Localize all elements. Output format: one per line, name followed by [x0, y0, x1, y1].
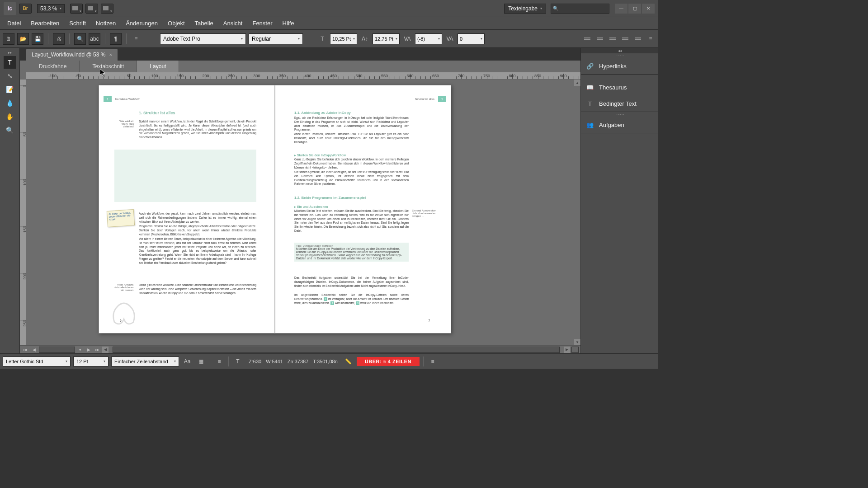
- font-size-input[interactable]: 10,25 Pt: [330, 33, 357, 44]
- status-size-select[interactable]: 12 Pt: [73, 357, 108, 366]
- right-para-3[interactable]: Möchten Sie im Text arbeiten, müssen Sie…: [294, 209, 409, 233]
- left-para-4[interactable]: Vor allem in einem kleinen Team, beispie…: [139, 237, 256, 265]
- column-icon[interactable]: ▦: [195, 357, 206, 366]
- panel-thesaurus[interactable]: 📖 Thesaurus: [581, 79, 658, 95]
- font-style-select[interactable]: Regular: [249, 33, 303, 44]
- left-accent-box[interactable]: [114, 150, 256, 202]
- split-view-toggle[interactable]: [571, 347, 579, 353]
- hand-tool[interactable]: ✋: [4, 110, 16, 123]
- type-tool[interactable]: T: [4, 56, 16, 69]
- hscroll-left-button[interactable]: ◀: [102, 347, 108, 353]
- page-dropdown-button[interactable]: ▾: [76, 347, 84, 353]
- window-close-button[interactable]: ✕: [642, 4, 655, 14]
- menu-datei[interactable]: Datei: [3, 18, 25, 28]
- vscroll-up-button[interactable]: ▲: [574, 80, 580, 86]
- right-para-1[interactable]: Egal, ob der Redakteur Erfahrungen in In…: [294, 116, 409, 132]
- panel-hyperlinks[interactable]: 🔗 Hyperlinks: [581, 58, 658, 74]
- eyedropper-tool[interactable]: 💧: [4, 97, 16, 109]
- bridge-button[interactable]: Br: [19, 4, 32, 14]
- vscroll-down-button[interactable]: ▼: [574, 339, 580, 345]
- page-right[interactable]: Struktur ist alles 1 1.1. Anbindung zu A…: [275, 85, 451, 333]
- panel-grip[interactable]: [581, 53, 658, 58]
- panel-menu-icon[interactable]: ≡: [131, 34, 141, 44]
- panel-aufgaben[interactable]: 👥 Aufgaben: [581, 117, 658, 133]
- horizontal-ruler[interactable]: -100-50050100150200250300350400450500550…: [26, 72, 580, 80]
- tools-collapse-button[interactable]: ▸▸: [0, 50, 19, 55]
- menu-bearbeiten[interactable]: Bearbeiten: [26, 18, 64, 28]
- panel-grip[interactable]: [581, 112, 658, 117]
- print-button[interactable]: 🖨: [53, 33, 65, 45]
- document-tab[interactable]: Layout_Workflow.indd @ 53 % ×: [26, 49, 118, 61]
- right-para-2[interactable]: Ganz zu Beginn: Sie befinden sich gleich…: [294, 158, 409, 169]
- help-search-input[interactable]: [551, 4, 609, 14]
- prev-page-button[interactable]: ◀: [30, 347, 38, 353]
- view-mode-button-3[interactable]: [101, 4, 113, 14]
- leading-input[interactable]: 12,75 Pt: [373, 33, 400, 44]
- status-leading-mode-select[interactable]: Einfacher Zeilenabstand: [111, 357, 179, 366]
- viewtab-druckfahne[interactable]: Druckfahne: [26, 61, 80, 72]
- right-para-4[interactable]: Das Bedienfeld Aufgaben unterstützt Sie …: [294, 276, 409, 288]
- sticky-note[interactable]: Je klarer der Ablauf, desto effizienter …: [107, 209, 135, 227]
- align-right-button[interactable]: [608, 34, 618, 44]
- zoom-level-select[interactable]: 53,3 %: [37, 4, 65, 13]
- zoom-tool[interactable]: 🔍: [4, 124, 16, 136]
- menu-fenster[interactable]: Fenster: [248, 18, 277, 28]
- page-number-input[interactable]: [39, 347, 75, 353]
- horizontal-scrollbar[interactable]: [113, 347, 560, 353]
- first-page-button[interactable]: ⏮: [22, 347, 29, 353]
- dock-collapse-button[interactable]: ◂◂: [581, 48, 658, 53]
- left-para-5[interactable]: Dafür gibt es viele Ansätze. Eine sauber…: [139, 283, 256, 295]
- last-page-button[interactable]: ⏭: [94, 347, 101, 353]
- panel-grip[interactable]: [581, 75, 658, 79]
- control-menu-icon[interactable]: ≡: [646, 34, 656, 44]
- new-button[interactable]: 🗎: [3, 33, 14, 45]
- document-canvas[interactable]: ▲ ▼ 1 Der ideale Workflow 1. Struktur is…: [26, 80, 580, 345]
- overset-indicator[interactable]: ÜBER: ≈ 4 ZEILEN: [357, 357, 420, 366]
- menu-notizen[interactable]: Notizen: [91, 18, 120, 28]
- document-tab-close-button[interactable]: ×: [109, 52, 112, 57]
- window-minimize-button[interactable]: —: [615, 4, 627, 14]
- workspace-select[interactable]: Texteingabe: [504, 4, 546, 14]
- font-family-select[interactable]: Adobe Text Pro: [160, 33, 246, 44]
- menu-tabelle[interactable]: Tabelle: [190, 18, 218, 28]
- position-tool[interactable]: ⤡: [4, 70, 16, 82]
- viewtab-textabschnitt[interactable]: Textabschnitt: [80, 61, 137, 72]
- view-mode-button-1[interactable]: [70, 4, 83, 14]
- left-para-1[interactable]: Spricht man von einem Workflow, ist in d…: [139, 120, 256, 140]
- tracking-input[interactable]: 0: [458, 33, 485, 44]
- note-tool[interactable]: 📝: [4, 83, 16, 96]
- page-left[interactable]: 1 Der ideale Workflow 1. Struktur ist al…: [99, 85, 275, 333]
- save-button[interactable]: 💾: [32, 33, 43, 45]
- left-para-2[interactable]: Auch ein Workflow, der passt, kann nach …: [139, 212, 256, 224]
- find-button[interactable]: 🔍: [74, 33, 86, 45]
- right-para-1b[interactable]: ohne leeren Rahmen, unnütze Hilfslinien …: [294, 132, 409, 144]
- align-justify-all-button[interactable]: [633, 34, 643, 44]
- menu-hilfe[interactable]: Hilfe: [278, 18, 299, 28]
- menu-ansicht[interactable]: Ansicht: [219, 18, 247, 28]
- show-hidden-chars-button[interactable]: ¶: [110, 33, 122, 45]
- open-button[interactable]: 📂: [17, 33, 29, 45]
- window-maximize-button[interactable]: ▢: [628, 4, 641, 14]
- anti-alias-icon[interactable]: Aa: [182, 357, 193, 366]
- panel-conditional-text[interactable]: T Bedingter Text: [581, 95, 658, 112]
- hscroll-right-button[interactable]: ▶: [564, 347, 570, 353]
- next-page-button[interactable]: ▶: [85, 347, 92, 353]
- viewtab-layout[interactable]: Layout: [137, 61, 179, 72]
- kerning-input[interactable]: (-8): [415, 33, 442, 44]
- left-para-3[interactable]: Programm. Testen Sie Adobe Bridge, abges…: [139, 225, 256, 236]
- align-center-button[interactable]: [595, 34, 605, 44]
- depth-icon[interactable]: 📏: [343, 357, 354, 366]
- status-font-select[interactable]: Letter Gothic Std: [3, 357, 71, 366]
- tip-box[interactable]: Tipp: Verknüpfungen aufheben Möchten Sie…: [294, 243, 409, 262]
- right-para-2b[interactable]: Sie sehen Symbole, die Ihnen anzeigen, o…: [294, 170, 409, 186]
- align-left-button[interactable]: [582, 34, 592, 44]
- stats-menu-icon[interactable]: ≡: [214, 357, 225, 366]
- menu-objekt[interactable]: Objekt: [163, 18, 189, 28]
- vertical-ruler[interactable]: 050100150200250: [20, 80, 26, 345]
- menu-schrift[interactable]: Schrift: [65, 18, 90, 28]
- menu-aenderungen[interactable]: Änderungen: [121, 18, 162, 28]
- align-justify-button[interactable]: [620, 34, 630, 44]
- view-mode-button-2[interactable]: [85, 4, 98, 14]
- spellcheck-button[interactable]: abc: [89, 33, 100, 45]
- right-para-5[interactable]: Im abgebildeten Bedienfeld sehen Sie die…: [294, 293, 409, 305]
